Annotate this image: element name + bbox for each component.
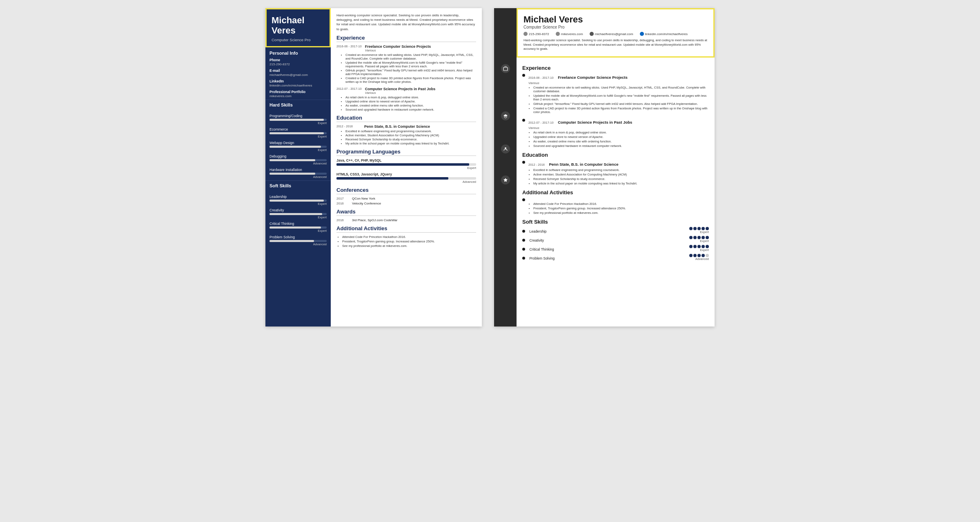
job-subtitle-past: Various [365,91,436,95]
dark-name: Michael Veres [523,14,708,25]
bullet-dot [522,257,525,260]
skill-webapp: Webapp Design Expert [270,141,327,152]
activities-icon-wrap [501,144,510,155]
list-item: Excelled in software engineering and pro… [533,168,709,172]
email-label: E-mail [270,69,327,73]
list-item: See my professional portfolio at mikever… [342,244,476,248]
website-icon [556,32,560,36]
dark-soft-skills-header: Soft Skills [522,219,709,225]
dark-header-sidebar [494,8,517,58]
job-title-past: Computer Science Projects in Past Jobs [365,87,436,91]
edu-date: 2012 - 2016 [336,124,361,128]
experience-icon-wrap [501,64,510,75]
linkedin-icon [640,32,644,36]
skill-leadership: Leadership Expert [270,195,327,206]
bullet-dot [522,198,525,201]
skill-creativity: Creativity Expert [270,208,327,219]
activities-header: Additional Activities [336,225,476,233]
conf-qcon: 2017 QCon New York [336,197,476,200]
dark-bullets-past: As retail clerk in a mom & pop, debugged… [528,131,709,148]
dark-jobtitle-past: Computer Science Projects in Past Jobs [558,120,632,124]
dark-experience-header: Experience [522,65,709,71]
list-item: Received Schreyer Scholarship to study e… [345,138,476,141]
list-item: Updated the mobile site at MoneyMoneyWor… [345,61,476,68]
dark-activities-bullets: Attended Code For Princeton Hackathon 20… [528,202,709,215]
list-item: My article in the school paper on mobile… [533,182,709,185]
dark-sidebar [494,58,517,327]
conf-velocity: 2016 Velocity Conference [336,202,476,205]
awards-header: Awards [336,209,476,216]
dark-job-past: 2012-07 - 2017-10 Computer Science Proje… [522,118,709,148]
bullet-dot [522,239,525,242]
dark-edu-bullets: Excelled in software engineering and pro… [528,168,709,185]
portfolio-value: mikeveres.com [270,94,327,98]
linkedin-label: LinkedIn [270,79,327,83]
dark-skill-leadership: Leadership Expert [522,227,709,234]
dark-skill-critical-thinking: Critical Thinking Expert [522,245,709,252]
dot-rating-leadership [689,227,709,230]
portfolio-label: Professional Portfolio [270,90,327,94]
experience-header: Experience [336,35,476,42]
dark-contact-row: 215-290-8372 mikeveres.com michaelfveres… [523,32,708,36]
dark-skill-creativity: Creativity Expert [522,236,709,243]
list-item: Created an ecommerce site to sell walkin… [533,86,709,93]
resume-left: Michael Veres Computer Science Pro Perso… [265,8,482,327]
dark-education-header: Education [522,152,709,158]
personal-info-section: Personal Info Phone 215-290-8372 E-mail … [265,47,331,100]
skill-hardware: Hardware Installation Advanced [270,168,327,179]
dark-edu-date: 2012 - 2016 [528,163,545,167]
dark-edu-entry: 2012 - 2016 Penn State, B.S. in Computer… [522,160,709,185]
list-item: Attended Code For Princeton Hackathon 20… [533,202,709,206]
dark-website: mikeveres.com [556,32,583,36]
soft-skills-icon-wrap [501,175,510,186]
soft-skills-icon [501,175,510,184]
soft-skills-section: Leadership Expert Creativity Expert Crit… [265,189,331,248]
education-entry: 2012 - 2016 Penn State, B.S. in Computer… [336,124,476,145]
sidebar-left: Michael Veres Computer Science Pro Perso… [265,8,331,327]
dot-rating-problem [689,254,709,257]
activities-bullets: Attended Code For Princeton Hackathon 20… [336,235,476,248]
list-item: As retail clerk in a mom & pop, debugged… [345,96,476,99]
dark-summary: Hard-working computer science specialist… [523,38,708,51]
list-item: As waiter, created online menu site with… [533,140,709,143]
skill-programming: Programming/Coding Expert [270,114,327,125]
phone-value: 215-290-8372 [270,62,327,66]
education-header: Education [336,115,476,122]
dark-date-past: 2012-07 - 2017-10 [528,121,554,124]
dark-linkedin: linkedin.com/in/michaelfveres [640,32,688,36]
summary-text: Hard-working computer science specialist… [336,13,476,31]
list-item: President, TrogdorPenn gaming group. Inc… [533,207,709,210]
svg-point-1 [505,147,506,149]
dot-rating-critical [689,245,709,248]
soft-skills-header: Soft Skills [265,180,331,189]
dark-subtitle-past: Various [528,126,709,130]
list-item: Sourced and upgraded hardware in restaur… [533,144,709,148]
list-item: Excelled in software engineering and pro… [345,129,476,133]
dark-date-freelance: 2016-06 - 2017-10 [528,76,554,80]
job-date-past: 2012-07 - 2017-10 [336,87,362,91]
list-item: Active member, Student Association for C… [345,133,476,137]
award-spoj: 2016 3rd Place, SpOJ.com CodeWar [336,218,476,222]
experience-icon [501,64,510,73]
list-item: As waiter, created online menu site with… [345,104,476,107]
list-item: Upgraded online store to newest version … [533,135,709,139]
list-item: See my professional portfolio at mikever… [533,211,709,215]
skill-debugging: Debugging Advanced [270,154,327,165]
list-item: Received Schreyer Scholarship to study e… [533,177,709,181]
list-item: Created an ecommerce site to sell walkin… [345,53,476,60]
edu-title: Penn State, B.S. in Computer Science [364,124,430,129]
job-subtitle-freelance: Various [365,49,431,52]
dot-rating-creativity [689,236,709,239]
svg-rect-0 [503,67,508,71]
job-freelance: 2016-06 - 2017-10 Freelance Computer Sci… [336,44,476,84]
bullet-dot [522,119,525,122]
dark-activities-block: Attended Code For Princeton Hackathon 20… [522,198,709,215]
education-icon-wrap [501,111,510,122]
dark-activities-header: Additional Activities [522,189,709,195]
skill-problem-solving: Problem Solving Advanced [270,235,327,246]
list-item: President, TrogdorPenn gaming group. Inc… [342,240,476,243]
lang-java: Java, C++, C#, PHP, MySQL Expert [336,158,476,170]
email-value: michaelfveres@gmail.com [270,73,327,77]
dark-body: Experience 2016-06 - 2017-10 Freelance C… [494,58,715,327]
list-item: GitHub project: "tensorflow." Fixed faul… [345,69,476,76]
